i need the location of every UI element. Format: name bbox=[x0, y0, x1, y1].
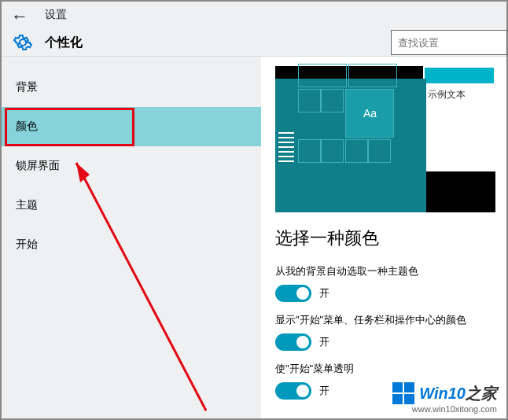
content-panel: 示例文本 Aa bbox=[261, 57, 506, 418]
windows-icon bbox=[392, 382, 414, 404]
toggle-start-color[interactable] bbox=[275, 333, 311, 351]
preview-thumbnail: 示例文本 Aa bbox=[275, 66, 495, 212]
sidebar-item-start[interactable]: 开始 bbox=[2, 225, 261, 264]
category-title: 个性化 bbox=[45, 35, 83, 51]
back-button[interactable]: ← bbox=[11, 6, 28, 27]
search-input[interactable] bbox=[392, 31, 506, 54]
section-title: 选择一种颜色 bbox=[275, 227, 506, 250]
option-label-auto-color: 从我的背景自动选取一种主题色 bbox=[275, 264, 506, 278]
tile-aa: Aa bbox=[346, 90, 393, 137]
sidebar: 背景 颜色 锁屏界面 主题 开始 bbox=[2, 57, 261, 418]
toggle-state: 开 bbox=[319, 384, 329, 398]
toggle-auto-color[interactable] bbox=[275, 285, 311, 302]
sidebar-item-color[interactable]: 颜色 bbox=[2, 107, 261, 146]
gear-icon bbox=[13, 33, 32, 52]
option-label-start-color: 显示"开始"菜单、任务栏和操作中心的颜色 bbox=[275, 313, 506, 327]
toggle-state: 开 bbox=[319, 286, 329, 300]
watermark-url: www.win10xitong.com bbox=[392, 404, 497, 414]
search-box[interactable] bbox=[391, 30, 507, 55]
option-label-transparent: 使"开始"菜单透明 bbox=[275, 362, 506, 376]
app-title: 设置 bbox=[45, 8, 67, 22]
sidebar-item-theme[interactable]: 主题 bbox=[2, 186, 261, 225]
sample-text: 示例文本 bbox=[425, 83, 494, 106]
watermark: Win10之家 www.win10xitong.com bbox=[392, 382, 497, 414]
sidebar-item-lockscreen[interactable]: 锁屏界面 bbox=[2, 146, 261, 186]
toggle-state: 开 bbox=[319, 335, 329, 349]
sidebar-item-background[interactable]: 背景 bbox=[2, 68, 261, 107]
toggle-transparent[interactable] bbox=[275, 382, 311, 400]
